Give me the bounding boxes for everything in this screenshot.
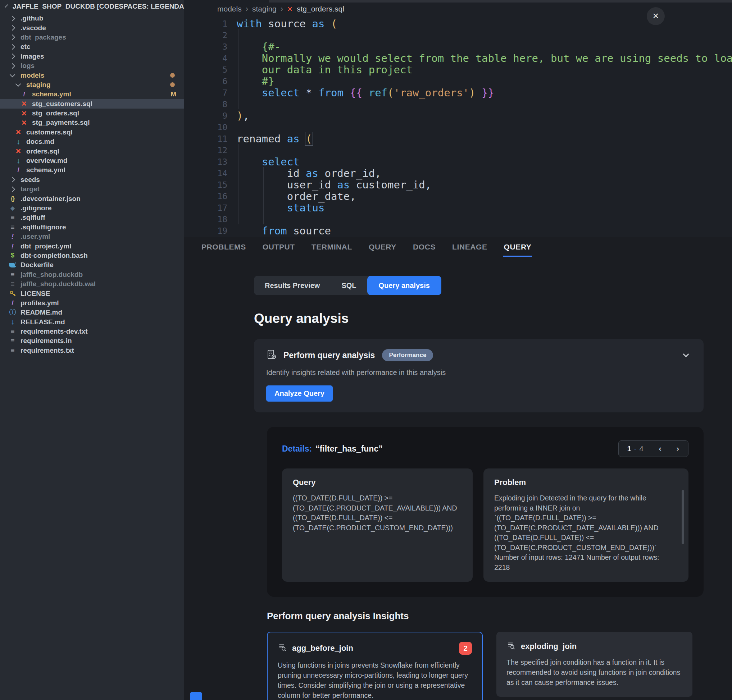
tree-file-README.md[interactable]: ⓘREADME.md xyxy=(0,308,184,317)
diamond-icon: ◆ xyxy=(8,205,17,212)
code-line[interactable]: 10 xyxy=(184,122,732,133)
tree-file-.devcontainer.json[interactable]: {}.devcontainer.json xyxy=(0,194,184,203)
tree-folder-models[interactable]: models xyxy=(0,71,184,80)
insight-body: Using functions in joins prevents Snowfl… xyxy=(278,660,472,700)
tree-file-profiles.yml[interactable]: !profiles.yml xyxy=(0,299,184,308)
code-line[interactable]: 8 xyxy=(184,99,732,110)
code-line[interactable]: 17 status xyxy=(184,202,732,213)
tree-file-schema.yml[interactable]: !schema.ymlM xyxy=(0,90,184,99)
view-tab-results-preview[interactable]: Results Preview xyxy=(254,281,331,290)
code-line[interactable]: 14 id as order_id, xyxy=(184,168,732,179)
tree-file-orders.sql[interactable]: ✕orders.sql xyxy=(0,146,184,156)
insight-card-exploding_join[interactable]: exploding_joinThe specified join conditi… xyxy=(496,632,692,697)
breadcrumb-folder[interactable]: staging xyxy=(252,5,277,13)
code-line[interactable]: 5 our data in this project xyxy=(184,64,732,75)
code-line[interactable]: 13 select xyxy=(184,156,732,168)
line-number: 1 xyxy=(184,19,227,28)
tree-file-customers.sql[interactable]: ✕customers.sql xyxy=(0,128,184,137)
chevron-right-icon xyxy=(8,45,17,49)
code-line[interactable]: 9), xyxy=(184,110,732,122)
breadcrumb-file[interactable]: stg_orders.sql xyxy=(297,5,344,13)
insight-card-agg_before_join[interactable]: agg_before_join2Using functions in joins… xyxy=(267,632,483,700)
tree-folder-target[interactable]: target xyxy=(0,184,184,194)
tree-item-label: orders.sql xyxy=(26,147,59,155)
tree-file-dbt-completion.bash[interactable]: $dbt-completion.bash xyxy=(0,251,184,260)
panel-tab-lineage[interactable]: LINEAGE xyxy=(452,243,488,251)
code-text: user_id as customer_id, xyxy=(237,179,431,191)
chevron-right-icon[interactable]: › xyxy=(676,444,679,453)
tree-file-.sqlfluffignore[interactable]: ≡.sqlfluffignore xyxy=(0,222,184,232)
performance-badge: Performance xyxy=(382,349,433,361)
md-icon: ↓ xyxy=(14,157,23,165)
tree-file-schema.yml[interactable]: !schema.yml xyxy=(0,165,184,175)
tree-file-.user.yml[interactable]: !.user.yml xyxy=(0,232,184,241)
code-line[interactable]: 15 user_id as customer_id, xyxy=(184,179,732,191)
modified-dot-badge xyxy=(170,82,175,87)
tree-file-docs.md[interactable]: ↓docs.md xyxy=(0,137,184,146)
tree-file-overview.md[interactable]: ↓overview.md xyxy=(0,156,184,165)
project-title-row[interactable]: JAFFLE_SHOP_DUCKDB [CODESPACES: LEGENDAR… xyxy=(0,0,184,13)
chevron-right-icon xyxy=(8,35,17,39)
code-line[interactable]: 12 xyxy=(184,144,732,156)
tree-folder-.vscode[interactable]: .vscode xyxy=(0,23,184,32)
tree-item-label: seeds xyxy=(21,176,40,184)
tree-folder-images[interactable]: images xyxy=(0,52,184,61)
code-line[interactable]: 2 xyxy=(184,29,732,41)
tree-file-Dockerfile[interactable]: Dockerfile xyxy=(0,260,184,270)
code-area[interactable]: 1with source as (23 {#-4 Normally we wou… xyxy=(184,18,732,237)
modified-dot-badge xyxy=(170,73,175,78)
tree-file-jaffle_shop.duckdb[interactable]: ≡jaffle_shop.duckdb xyxy=(0,270,184,279)
view-tab-query-analysis[interactable]: Query analysis xyxy=(367,276,441,295)
tree-file-requirements.in[interactable]: ≡requirements.in xyxy=(0,336,184,346)
panel-tab-docs[interactable]: DOCS xyxy=(413,243,436,251)
tree-item-label: docs.md xyxy=(26,138,54,146)
tree-file-RELEASE.md[interactable]: ↓RELEASE.md xyxy=(0,318,184,327)
panel-tab-terminal[interactable]: TERMINAL xyxy=(312,243,352,251)
tree-item-label: .sqlfluff xyxy=(21,213,45,222)
tree-file-LICENSE[interactable]: LICENSE xyxy=(0,289,184,298)
tree-folder-logs[interactable]: logs xyxy=(0,61,184,71)
cutoff-blue-element[interactable] xyxy=(190,692,202,700)
panel-tab-problems[interactable]: PROBLEMS xyxy=(202,243,246,251)
insights-heading: Perform query analysis Insights xyxy=(267,610,732,622)
panel-tab-query[interactable]: QUERY xyxy=(369,243,396,251)
code-line[interactable]: 18 xyxy=(184,213,732,225)
tree-folder-seeds[interactable]: seeds xyxy=(0,175,184,184)
info-icon: ⓘ xyxy=(8,308,17,317)
code-line[interactable]: 4 Normally we would select from the tabl… xyxy=(184,53,732,64)
tree-file-stg_payments.sql[interactable]: ✕stg_payments.sql xyxy=(0,118,184,127)
code-line[interactable]: 6 #} xyxy=(184,75,732,87)
breadcrumb-folder[interactable]: models xyxy=(217,5,242,13)
tree-file-.gitignore[interactable]: ◆.gitignore xyxy=(0,203,184,213)
code-line[interactable]: 11renamed as ( xyxy=(184,133,732,144)
tree-file-dbt_project.yml[interactable]: !dbt_project.yml xyxy=(0,241,184,251)
chevron-down-icon[interactable] xyxy=(680,350,691,360)
tree-item-label: README.md xyxy=(21,309,62,316)
tree-file-requirements-dev.txt[interactable]: ≡requirements-dev.txt xyxy=(0,327,184,336)
tree-folder-.github[interactable]: .github xyxy=(0,14,184,23)
view-tab-sql[interactable]: SQL xyxy=(331,281,367,290)
code-text: from source xyxy=(237,225,331,237)
tree-file-stg_orders.sql[interactable]: ✕stg_orders.sql xyxy=(0,109,184,118)
tree-folder-dbt_packages[interactable]: dbt_packages xyxy=(0,33,184,42)
tree-folder-etc[interactable]: etc xyxy=(0,42,184,51)
code-line[interactable]: 16 order_date, xyxy=(184,191,732,202)
tree-file-.sqlfluff[interactable]: ≡.sqlfluff xyxy=(0,213,184,222)
code-line[interactable]: 19 from source xyxy=(184,225,732,237)
tree-folder-staging[interactable]: staging xyxy=(0,80,184,90)
panel-tab-output[interactable]: OUTPUT xyxy=(262,243,295,251)
dbt-icon: ✕ xyxy=(19,109,29,118)
panel-tab-query-active[interactable]: QUERY xyxy=(504,243,532,251)
tree-file-stg_customers.sql[interactable]: ✕stg_customers.sql xyxy=(0,99,184,109)
analyze-query-button[interactable]: Analyze Query xyxy=(266,385,333,401)
code-line[interactable]: 7 select * from {{ ref('raw_orders') }} xyxy=(184,87,732,99)
details-label: Details: xyxy=(282,444,312,454)
tree-file-jaffle_shop.duckdb.wal[interactable]: ≡jaffle_shop.duckdb.wal xyxy=(0,279,184,289)
scrollbar-thumb[interactable] xyxy=(682,490,684,544)
tree-item-label: customers.sql xyxy=(26,128,73,136)
breadcrumb[interactable]: models›staging›✕stg_orders.sql xyxy=(217,4,344,14)
code-line[interactable]: 3 {#- xyxy=(184,41,732,53)
chevron-left-icon[interactable]: ‹ xyxy=(658,444,662,453)
tree-file-requirements.txt[interactable]: ≡requirements.txt xyxy=(0,346,184,355)
close-icon[interactable]: ✕ xyxy=(647,7,665,25)
